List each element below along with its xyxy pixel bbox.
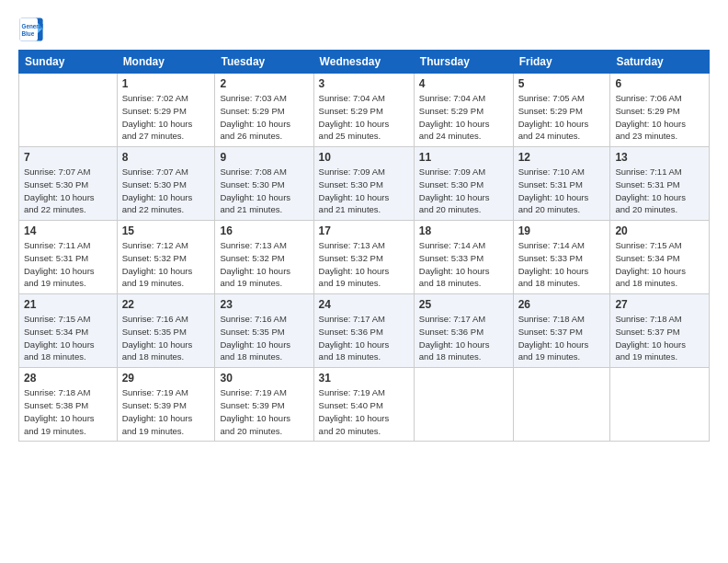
header-saturday: Saturday — [610, 51, 710, 74]
calendar-cell: 25Sunrise: 7:17 AMSunset: 5:36 PMDayligh… — [414, 294, 513, 368]
header: General Blue — [18, 17, 710, 42]
day-info: Sunrise: 7:06 AMSunset: 5:29 PMDaylight:… — [615, 92, 704, 143]
day-number: 1 — [122, 77, 210, 90]
calendar-cell: 21Sunrise: 7:15 AMSunset: 5:34 PMDayligh… — [19, 294, 118, 368]
day-number: 6 — [615, 77, 704, 90]
calendar-week-row: 21Sunrise: 7:15 AMSunset: 5:34 PMDayligh… — [19, 294, 710, 368]
day-number: 18 — [419, 224, 508, 237]
day-number: 12 — [518, 151, 606, 164]
calendar-cell: 20Sunrise: 7:15 AMSunset: 5:34 PMDayligh… — [610, 221, 710, 294]
calendar-cell: 27Sunrise: 7:18 AMSunset: 5:37 PMDayligh… — [610, 294, 710, 368]
calendar-cell: 22Sunrise: 7:16 AMSunset: 5:35 PMDayligh… — [117, 294, 215, 368]
day-info: Sunrise: 7:16 AMSunset: 5:35 PMDaylight:… — [220, 313, 308, 363]
day-number: 8 — [122, 151, 210, 164]
day-info: Sunrise: 7:15 AMSunset: 5:34 PMDaylight:… — [24, 313, 112, 363]
day-info: Sunrise: 7:09 AMSunset: 5:30 PMDaylight:… — [419, 166, 508, 216]
calendar-cell: 13Sunrise: 7:11 AMSunset: 5:31 PMDayligh… — [610, 147, 710, 221]
svg-text:General: General — [22, 23, 44, 29]
day-number: 15 — [122, 224, 210, 237]
day-info: Sunrise: 7:15 AMSunset: 5:34 PMDaylight:… — [615, 239, 704, 290]
day-info: Sunrise: 7:04 AMSunset: 5:29 PMDaylight:… — [319, 92, 409, 143]
calendar-cell — [19, 74, 118, 147]
day-info: Sunrise: 7:18 AMSunset: 5:37 PMDaylight:… — [518, 313, 606, 363]
day-info: Sunrise: 7:12 AMSunset: 5:32 PMDaylight:… — [122, 239, 210, 290]
day-number: 26 — [518, 298, 606, 311]
day-number: 24 — [319, 298, 409, 311]
calendar-cell: 15Sunrise: 7:12 AMSunset: 5:32 PMDayligh… — [117, 221, 215, 294]
day-number: 4 — [419, 77, 508, 90]
day-info: Sunrise: 7:11 AMSunset: 5:31 PMDaylight:… — [24, 239, 112, 290]
calendar-cell: 10Sunrise: 7:09 AMSunset: 5:30 PMDayligh… — [313, 147, 414, 221]
header-monday: Monday — [117, 51, 215, 74]
day-number: 7 — [24, 151, 112, 164]
day-info: Sunrise: 7:19 AMSunset: 5:39 PMDaylight:… — [220, 386, 308, 437]
calendar-week-row: 14Sunrise: 7:11 AMSunset: 5:31 PMDayligh… — [19, 221, 710, 294]
day-number: 31 — [319, 372, 409, 385]
logo-icon: General Blue — [18, 17, 44, 42]
calendar-cell: 3Sunrise: 7:04 AMSunset: 5:29 PMDaylight… — [313, 74, 414, 147]
calendar-cell: 9Sunrise: 7:08 AMSunset: 5:30 PMDaylight… — [215, 147, 313, 221]
header-wednesday: Wednesday — [313, 51, 414, 74]
day-number: 25 — [419, 298, 508, 311]
day-number: 11 — [419, 151, 508, 164]
day-number: 30 — [220, 372, 308, 385]
day-info: Sunrise: 7:13 AMSunset: 5:32 PMDaylight:… — [319, 239, 409, 290]
day-info: Sunrise: 7:11 AMSunset: 5:31 PMDaylight:… — [615, 166, 704, 216]
calendar-cell: 29Sunrise: 7:19 AMSunset: 5:39 PMDayligh… — [117, 368, 215, 442]
day-info: Sunrise: 7:13 AMSunset: 5:32 PMDaylight:… — [220, 239, 308, 290]
header-friday: Friday — [513, 51, 610, 74]
page: General Blue SundayMondayTuesdayWednesda… — [0, 0, 728, 451]
day-info: Sunrise: 7:02 AMSunset: 5:29 PMDaylight:… — [122, 92, 210, 143]
header-sunday: Sunday — [19, 51, 118, 74]
calendar-cell: 26Sunrise: 7:18 AMSunset: 5:37 PMDayligh… — [513, 294, 610, 368]
day-number: 3 — [319, 77, 409, 90]
day-info: Sunrise: 7:04 AMSunset: 5:29 PMDaylight:… — [419, 92, 508, 143]
calendar-cell: 16Sunrise: 7:13 AMSunset: 5:32 PMDayligh… — [215, 221, 313, 294]
day-number: 17 — [319, 224, 409, 237]
calendar-header-row: SundayMondayTuesdayWednesdayThursdayFrid… — [19, 51, 710, 74]
svg-text:Blue: Blue — [22, 30, 35, 37]
calendar-cell: 1Sunrise: 7:02 AMSunset: 5:29 PMDaylight… — [117, 74, 215, 147]
day-number: 20 — [615, 224, 704, 237]
calendar-cell: 24Sunrise: 7:17 AMSunset: 5:36 PMDayligh… — [313, 294, 414, 368]
day-info: Sunrise: 7:19 AMSunset: 5:40 PMDaylight:… — [319, 386, 409, 437]
calendar-week-row: 28Sunrise: 7:18 AMSunset: 5:38 PMDayligh… — [19, 368, 710, 442]
day-number: 13 — [615, 151, 704, 164]
day-info: Sunrise: 7:05 AMSunset: 5:29 PMDaylight:… — [518, 92, 606, 143]
calendar-cell: 7Sunrise: 7:07 AMSunset: 5:30 PMDaylight… — [19, 147, 118, 221]
header-tuesday: Tuesday — [215, 51, 313, 74]
day-info: Sunrise: 7:17 AMSunset: 5:36 PMDaylight:… — [419, 313, 508, 363]
day-number: 21 — [24, 298, 112, 311]
calendar-cell: 11Sunrise: 7:09 AMSunset: 5:30 PMDayligh… — [414, 147, 513, 221]
day-number: 5 — [518, 77, 606, 90]
logo: General Blue — [18, 17, 44, 42]
day-info: Sunrise: 7:08 AMSunset: 5:30 PMDaylight:… — [220, 166, 308, 216]
calendar-cell: 18Sunrise: 7:14 AMSunset: 5:33 PMDayligh… — [414, 221, 513, 294]
calendar-cell: 30Sunrise: 7:19 AMSunset: 5:39 PMDayligh… — [215, 368, 313, 442]
calendar-cell — [414, 368, 513, 442]
day-info: Sunrise: 7:07 AMSunset: 5:30 PMDaylight:… — [24, 166, 112, 216]
calendar-cell: 2Sunrise: 7:03 AMSunset: 5:29 PMDaylight… — [215, 74, 313, 147]
day-number: 23 — [220, 298, 308, 311]
svg-rect-2 — [19, 17, 38, 40]
day-info: Sunrise: 7:18 AMSunset: 5:38 PMDaylight:… — [24, 386, 112, 437]
calendar-cell: 5Sunrise: 7:05 AMSunset: 5:29 PMDaylight… — [513, 74, 610, 147]
calendar-cell: 4Sunrise: 7:04 AMSunset: 5:29 PMDaylight… — [414, 74, 513, 147]
calendar-week-row: 7Sunrise: 7:07 AMSunset: 5:30 PMDaylight… — [19, 147, 710, 221]
day-info: Sunrise: 7:10 AMSunset: 5:31 PMDaylight:… — [518, 166, 606, 216]
calendar-week-row: 1Sunrise: 7:02 AMSunset: 5:29 PMDaylight… — [19, 74, 710, 147]
calendar-cell: 6Sunrise: 7:06 AMSunset: 5:29 PMDaylight… — [610, 74, 710, 147]
day-info: Sunrise: 7:19 AMSunset: 5:39 PMDaylight:… — [122, 386, 210, 437]
day-number: 16 — [220, 224, 308, 237]
day-info: Sunrise: 7:14 AMSunset: 5:33 PMDaylight:… — [419, 239, 508, 290]
day-number: 10 — [319, 151, 409, 164]
day-info: Sunrise: 7:09 AMSunset: 5:30 PMDaylight:… — [319, 166, 409, 216]
day-info: Sunrise: 7:16 AMSunset: 5:35 PMDaylight:… — [122, 313, 210, 363]
day-info: Sunrise: 7:14 AMSunset: 5:33 PMDaylight:… — [518, 239, 606, 290]
calendar-cell: 19Sunrise: 7:14 AMSunset: 5:33 PMDayligh… — [513, 221, 610, 294]
day-number: 27 — [615, 298, 704, 311]
calendar-cell: 14Sunrise: 7:11 AMSunset: 5:31 PMDayligh… — [19, 221, 118, 294]
day-info: Sunrise: 7:17 AMSunset: 5:36 PMDaylight:… — [319, 313, 409, 363]
day-number: 2 — [220, 77, 308, 90]
day-info: Sunrise: 7:03 AMSunset: 5:29 PMDaylight:… — [220, 92, 308, 143]
